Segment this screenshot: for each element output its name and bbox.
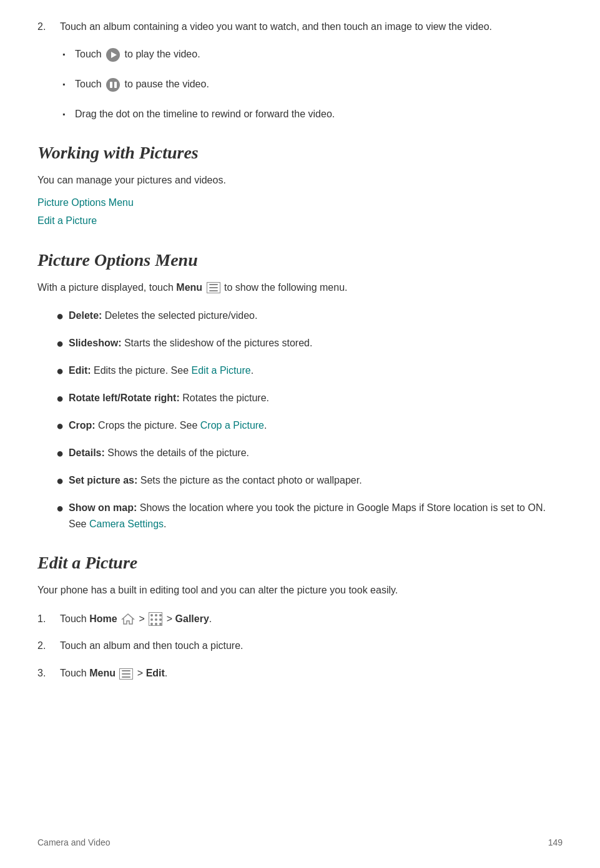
option-crop-text: Crop: Crops the picture. See Crop a Pict… <box>69 417 267 434</box>
bullet-marker: ▪ <box>62 49 69 61</box>
bullet-play-text: Touch to play the video. <box>75 46 200 62</box>
option-details: ● Details: Shows the details of the pict… <box>56 445 563 461</box>
dot-bullet: ● <box>56 390 69 406</box>
menu-icon <box>207 282 220 293</box>
edit-step-1: 1. Touch Home > > Gallery. <box>37 611 563 627</box>
svg-marker-0 <box>122 614 134 624</box>
picture-options-intro: With a picture displayed, touch Menu to … <box>37 280 563 296</box>
dot-bullet: ● <box>56 363 69 379</box>
working-heading: Working with Pictures <box>37 139 563 167</box>
bullet-pause: ▪ Touch to pause the video. <box>62 76 563 92</box>
edit-step-2-text: Touch an album and then touch a picture. <box>60 638 243 654</box>
edit-subtext: Your phone has a built in editing tool a… <box>37 582 563 598</box>
option-edit-text: Edit: Edits the picture. See Edit a Pict… <box>69 363 253 379</box>
step-number: 2. <box>37 19 52 35</box>
edit-picture-link[interactable]: Edit a Picture <box>192 365 251 376</box>
working-subtext: You can manage your pictures and videos. <box>37 172 563 188</box>
bullet-play: ▪ Touch to play the video. <box>62 46 563 62</box>
step-2-bullets: ▪ Touch to play the video. ▪ Touch to pa… <box>62 46 563 122</box>
arrow-2: > <box>167 613 175 624</box>
bullet-drag-text: Drag the dot on the timeline to rewind o… <box>75 106 335 122</box>
picture-options-heading: Picture Options Menu <box>37 246 563 275</box>
bullet-pause-text: Touch to pause the video. <box>75 76 209 92</box>
toc-link-picture-options[interactable]: Picture Options Menu <box>37 195 563 211</box>
option-slideshow: ● Slideshow: Starts the slideshow of the… <box>56 335 563 351</box>
option-map-text: Show on map: Shows the location where yo… <box>69 500 563 532</box>
apps-icon <box>149 612 162 626</box>
toc-section: Picture Options Menu Edit a Picture <box>37 195 563 229</box>
edit-step-2: 2. Touch an album and then touch a pictu… <box>37 638 563 654</box>
step-2-text: Touch an album containing a video you wa… <box>60 19 492 35</box>
option-details-text: Details: Shows the details of the pictur… <box>69 445 249 461</box>
gallery-label: Gallery <box>175 613 209 624</box>
option-set-picture-as: ● Set picture as: Sets the picture as th… <box>56 472 563 489</box>
arrow-1: > <box>139 613 148 624</box>
toc-link-edit-picture[interactable]: Edit a Picture <box>37 213 563 229</box>
home-label: Home <box>89 613 117 624</box>
option-set-text: Set picture as: Sets the picture as the … <box>69 472 362 489</box>
option-crop: ● Crop: Crops the picture. See Crop a Pi… <box>56 417 563 434</box>
option-rotate-text: Rotate left/Rotate right: Rotates the pi… <box>69 390 269 406</box>
edit-heading: Edit a Picture <box>37 549 563 577</box>
menu-label-3: Menu <box>89 668 116 678</box>
camera-settings-link[interactable]: Camera Settings <box>89 519 164 529</box>
menu-icon-2 <box>119 668 133 680</box>
footer-left: Camera and Video <box>37 836 110 849</box>
dot-bullet: ● <box>56 308 69 324</box>
page-footer: Camera and Video 149 <box>37 836 563 849</box>
edit-step-3: 3. Touch Menu > Edit. <box>37 665 563 681</box>
bullet-marker: ▪ <box>62 109 69 120</box>
options-list: ● Delete: Deletes the selected picture/v… <box>56 308 563 532</box>
home-icon <box>121 612 135 626</box>
bullet-drag: ▪ Drag the dot on the timeline to rewind… <box>62 106 563 122</box>
crop-picture-link[interactable]: Crop a Picture <box>200 420 264 431</box>
dot-bullet: ● <box>56 500 69 516</box>
option-delete: ● Delete: Deletes the selected picture/v… <box>56 308 563 324</box>
dot-bullet: ● <box>56 472 69 489</box>
option-edit: ● Edit: Edits the picture. See Edit a Pi… <box>56 363 563 379</box>
option-rotate: ● Rotate left/Rotate right: Rotates the … <box>56 390 563 406</box>
bullet-marker: ▪ <box>62 79 69 90</box>
edit-step-1-num: 1. <box>37 611 52 627</box>
edit-step-3-num: 3. <box>37 665 52 681</box>
option-delete-text: Delete: Deletes the selected picture/vid… <box>69 308 257 324</box>
option-show-on-map: ● Show on map: Shows the location where … <box>56 500 563 532</box>
dot-bullet: ● <box>56 417 69 434</box>
edit-step-3-text: Touch Menu > Edit. <box>60 665 167 681</box>
edit-step-2-num: 2. <box>37 638 52 654</box>
menu-label: Menu <box>176 282 202 293</box>
footer-right: 149 <box>548 836 563 849</box>
pause-icon <box>106 78 120 92</box>
play-icon <box>106 48 120 62</box>
dot-bullet: ● <box>56 335 69 351</box>
arrow-3: > <box>137 668 146 678</box>
edit-label: Edit <box>146 668 165 678</box>
edit-step-1-text: Touch Home > > Gallery. <box>60 611 212 627</box>
dot-bullet: ● <box>56 445 69 461</box>
option-slideshow-text: Slideshow: Starts the slideshow of the p… <box>69 335 312 351</box>
step-2-item: 2. Touch an album containing a video you… <box>37 19 563 35</box>
